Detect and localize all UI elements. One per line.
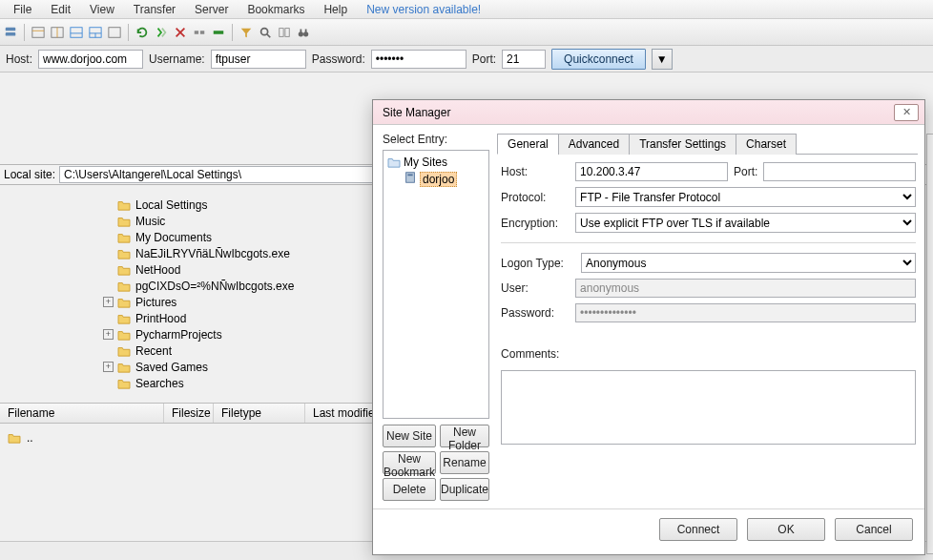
sm-host-label: Host: [501, 165, 570, 178]
dialog-title: Site Manager [383, 106, 450, 119]
dialog-titlebar: Site Manager ✕ [373, 100, 924, 125]
svg-rect-14 [195, 31, 198, 34]
pane5-icon[interactable] [106, 24, 123, 41]
host-input[interactable] [38, 50, 143, 69]
folder-icon [117, 264, 131, 276]
folder-icon [117, 362, 131, 373]
folder-icon [117, 280, 131, 292]
tab-transfer-settings[interactable]: Transfer Settings [629, 134, 736, 155]
svg-line-18 [267, 33, 271, 37]
disconnect-icon[interactable] [191, 24, 208, 41]
local-tree[interactable]: Local SettingsMusicMy DocumentsNaEJiLRYV… [59, 197, 388, 397]
svg-rect-23 [301, 29, 302, 32]
expand-icon[interactable]: + [103, 362, 114, 372]
expand-icon[interactable]: + [103, 329, 114, 340]
col-filetype[interactable]: Filetype [214, 404, 305, 423]
folder-icon [117, 297, 131, 308]
local-site-input[interactable] [59, 166, 408, 183]
menu-file[interactable]: File [6, 1, 39, 18]
local-site-label: Local site: [4, 168, 55, 181]
menu-server[interactable]: Server [187, 1, 236, 18]
tree-item[interactable]: NetHood [59, 261, 388, 278]
toolbar [0, 19, 933, 46]
menu-new-version[interactable]: New version available! [359, 1, 488, 18]
rename-button[interactable]: Rename [440, 451, 489, 474]
binoculars-icon[interactable] [295, 24, 312, 41]
splitter-handle[interactable] [926, 134, 933, 554]
cancel-button[interactable]: Cancel [835, 518, 913, 541]
tree-item[interactable]: PrintHood [59, 310, 388, 326]
sm-comments-input[interactable] [501, 370, 916, 445]
new-site-button[interactable]: New Site [383, 425, 436, 447]
menu-help[interactable]: Help [316, 1, 355, 18]
port-input[interactable] [502, 50, 546, 69]
sm-host-input[interactable] [575, 162, 728, 181]
pane3-icon[interactable] [68, 24, 85, 41]
pane1-icon[interactable] [30, 24, 47, 41]
pass-label: Password: [312, 52, 365, 66]
tree-item[interactable]: My Documents [59, 229, 388, 245]
user-input[interactable] [211, 50, 306, 69]
sm-protocol-label: Protocol: [501, 191, 570, 204]
tree-item[interactable]: NaEJiLRYVñäLÑwIbcgots.exe [59, 245, 388, 261]
new-folder-button[interactable]: New Folder [440, 425, 489, 447]
tree-item[interactable]: +PycharmProjects [59, 326, 388, 342]
col-filesize[interactable]: Filesize [164, 404, 214, 423]
refresh-icon[interactable] [134, 24, 151, 41]
filter-icon[interactable] [238, 24, 255, 41]
pane4-icon[interactable] [87, 24, 104, 41]
sm-port-label: Port: [734, 165, 757, 178]
close-icon[interactable]: ✕ [894, 104, 919, 121]
tree-item[interactable]: Local Settings [59, 197, 388, 213]
tree-item[interactable]: Recent [59, 342, 388, 359]
sm-protocol-select[interactable]: FTP - File Transfer Protocol [575, 187, 916, 207]
entry-dorjoo[interactable]: dorjoo [387, 170, 485, 188]
menu-transfer[interactable]: Transfer [126, 1, 183, 18]
folder-icon [117, 329, 131, 341]
menu-edit[interactable]: Edit [43, 1, 78, 18]
entry-tree[interactable]: My Sites dorjoo [383, 150, 489, 419]
file-list[interactable]: .. [0, 424, 408, 452]
sm-pass-label: Password: [501, 306, 570, 320]
sm-port-input[interactable] [763, 162, 916, 181]
expand-icon[interactable]: + [103, 297, 114, 307]
menu-view[interactable]: View [82, 1, 122, 18]
tab-advanced[interactable]: Advanced [558, 134, 630, 155]
duplicate-button[interactable]: Duplicate [440, 478, 489, 501]
sm-encryption-select[interactable]: Use explicit FTP over TLS if available [575, 213, 916, 233]
connect-button[interactable]: Connect [659, 518, 737, 541]
port-label: Port: [472, 52, 496, 66]
compare-icon[interactable] [276, 24, 293, 41]
folder-icon [117, 199, 131, 211]
tree-item[interactable]: +Pictures [59, 294, 388, 310]
new-bookmark-button[interactable]: New Bookmark [383, 451, 436, 474]
entry-root[interactable]: My Sites [387, 155, 485, 170]
col-filename[interactable]: Filename [0, 404, 164, 423]
search-icon[interactable] [257, 24, 274, 41]
quickconnect-dropdown[interactable]: ▼ [652, 49, 673, 70]
pass-input[interactable] [371, 50, 466, 69]
quickconnect-button[interactable]: Quickconnect [551, 49, 646, 70]
sm-user-label: User: [501, 281, 570, 295]
cancel-icon[interactable] [172, 24, 189, 41]
server-icon[interactable] [2, 24, 19, 41]
sm-user-input [575, 279, 916, 298]
tree-item[interactable]: +Saved Games [59, 359, 388, 375]
delete-button[interactable]: Delete [383, 478, 436, 501]
sm-logon-select[interactable]: Anonymous [581, 253, 916, 273]
updir-item[interactable]: .. [27, 431, 33, 445]
tree-label: Recent [135, 344, 172, 358]
tree-label: My Documents [135, 231, 212, 244]
svg-rect-11 [109, 27, 120, 37]
pane2-icon[interactable] [49, 24, 66, 41]
tab-general[interactable]: General [497, 134, 559, 155]
reconnect-icon[interactable] [210, 24, 227, 41]
tree-item[interactable]: pgCIXDsO=²%NÑwIbcgots.exe [59, 278, 388, 294]
host-label: Host: [6, 52, 32, 66]
ok-button[interactable]: OK [747, 518, 825, 541]
menu-bookmarks[interactable]: Bookmarks [239, 1, 312, 18]
process-queue-icon[interactable] [153, 24, 170, 41]
tree-item[interactable]: Music [59, 213, 388, 229]
tab-charset[interactable]: Charset [736, 134, 797, 155]
tree-item[interactable]: Searches [59, 375, 388, 391]
